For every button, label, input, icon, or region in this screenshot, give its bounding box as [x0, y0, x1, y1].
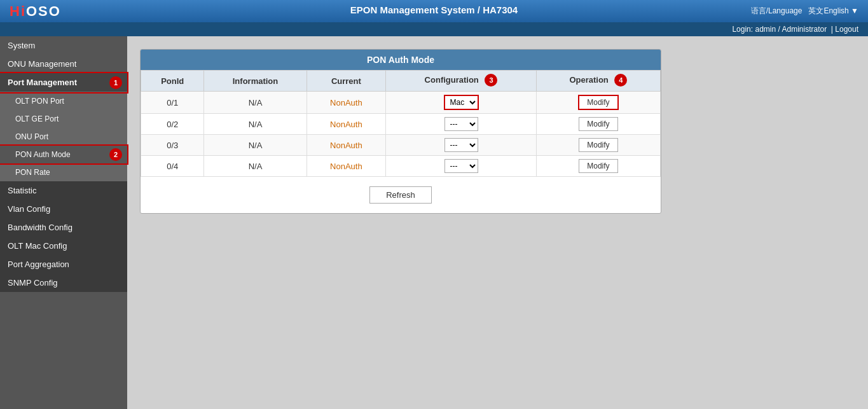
main-layout: System ONU Management Port Management 1 … [0, 36, 868, 409]
sidebar-item-bandwidth-config[interactable]: Bandwidth Config [0, 218, 127, 237]
cell-operation[interactable]: Modify [536, 135, 660, 156]
cell-config[interactable]: Mac---Loid [386, 135, 537, 156]
logo-text: HiOSO [10, 3, 61, 20]
header-sub: Login: admin / Administrator | Logout [0, 22, 868, 36]
sidebar-item-olt-mac-config[interactable]: OLT Mac Config [0, 237, 127, 255]
logout-link[interactable]: | Logout [831, 25, 858, 34]
cell-ponid: 0/4 [141, 156, 204, 177]
cell-info: N/A [204, 135, 307, 156]
language-selector[interactable]: 语言/Language 英文English ▼ [751, 6, 858, 17]
col-ponid: PonId [141, 71, 204, 92]
cell-operation[interactable]: Modify [536, 92, 660, 114]
cell-current: NonAuth [307, 114, 386, 135]
col-operation: Operation 4 [536, 71, 660, 92]
table-row: 0/4N/ANonAuthMac---LoidModify [141, 156, 661, 177]
sidebar-item-port-aggregation[interactable]: Port Aggregation [0, 255, 127, 274]
sidebar-item-vlan-config[interactable]: Vlan Config [0, 200, 127, 218]
cell-ponid: 0/1 [141, 92, 204, 114]
config-select[interactable]: Mac---Loid [444, 117, 478, 131]
logo: HiOSO [10, 3, 61, 20]
cell-info: N/A [204, 92, 307, 114]
cell-ponid: 0/2 [141, 114, 204, 135]
badge-3: 3 [485, 74, 497, 87]
header-right: 语言/Language 英文English ▼ [751, 6, 858, 17]
table-row: 0/3N/ANonAuthMac---LoidModify [141, 135, 661, 156]
cell-operation[interactable]: Modify [536, 156, 660, 177]
logo-hi: Hi [10, 3, 26, 19]
header-top: HiOSO EPON Management System / HA7304 语言… [0, 0, 868, 22]
table-row: 0/1N/ANonAuthMac---LoidModify [141, 92, 661, 114]
col-current: Current [307, 71, 386, 92]
modify-button[interactable]: Modify [579, 138, 617, 152]
cell-config[interactable]: Mac---Loid [386, 156, 537, 177]
sidebar-item-pon-auth-mode[interactable]: PON Auth Mode 2 [0, 146, 127, 163]
cell-ponid: 0/3 [141, 135, 204, 156]
cell-info: N/A [204, 114, 307, 135]
sidebar-item-pon-rate[interactable]: PON Rate [0, 163, 127, 181]
sidebar-item-snmp-config[interactable]: SNMP Config [0, 274, 127, 292]
refresh-button[interactable]: Refresh [369, 186, 432, 204]
main-content: PON Auth Mode PonId Information Current … [127, 36, 868, 409]
page-title: EPON Management System / HA7304 [350, 4, 518, 15]
language-label: 语言/Language [751, 6, 803, 15]
cell-config[interactable]: Mac---Loid [386, 92, 537, 114]
refresh-area: Refresh [141, 177, 661, 213]
table-title: PON Auth Mode [141, 50, 661, 70]
modify-button[interactable]: Modify [579, 159, 617, 173]
badge-4: 4 [614, 74, 627, 87]
login-info: Login: admin / Administrator [732, 25, 827, 34]
col-information: Information [204, 71, 307, 92]
col-configuration: Configuration 3 [386, 71, 537, 92]
sidebar-item-port-management[interactable]: Port Management 1 [0, 73, 127, 92]
config-select[interactable]: Mac---Loid [444, 95, 479, 110]
cell-current: NonAuth [307, 92, 386, 114]
sidebar-item-onu-management[interactable]: ONU Management [0, 55, 127, 73]
badge-1: 1 [109, 76, 122, 89]
modify-button[interactable]: Modify [579, 117, 617, 131]
logo-oso: OSO [26, 3, 61, 19]
sidebar: System ONU Management Port Management 1 … [0, 36, 127, 409]
sidebar-item-olt-pon-port[interactable]: OLT PON Port [0, 92, 127, 110]
language-value: 英文English [808, 6, 848, 15]
cell-current: NonAuth [307, 156, 386, 177]
cell-operation[interactable]: Modify [536, 114, 660, 135]
sidebar-item-onu-port[interactable]: ONU Port [0, 128, 127, 146]
cell-current: NonAuth [307, 135, 386, 156]
sidebar-item-statistic[interactable]: Statistic [0, 181, 127, 200]
pon-auth-mode-table: PonId Information Current Configuration … [141, 70, 661, 177]
pon-auth-mode-table-container: PON Auth Mode PonId Information Current … [140, 49, 661, 214]
cell-info: N/A [204, 156, 307, 177]
sidebar-item-olt-ge-port[interactable]: OLT GE Port [0, 110, 127, 128]
sidebar-item-system[interactable]: System [0, 36, 127, 55]
config-select[interactable]: Mac---Loid [444, 138, 478, 152]
config-select[interactable]: Mac---Loid [444, 159, 478, 173]
badge-2: 2 [109, 148, 122, 161]
modify-button[interactable]: Modify [578, 95, 618, 110]
cell-config[interactable]: Mac---Loid [386, 114, 537, 135]
table-row: 0/2N/ANonAuthMac---LoidModify [141, 114, 661, 135]
